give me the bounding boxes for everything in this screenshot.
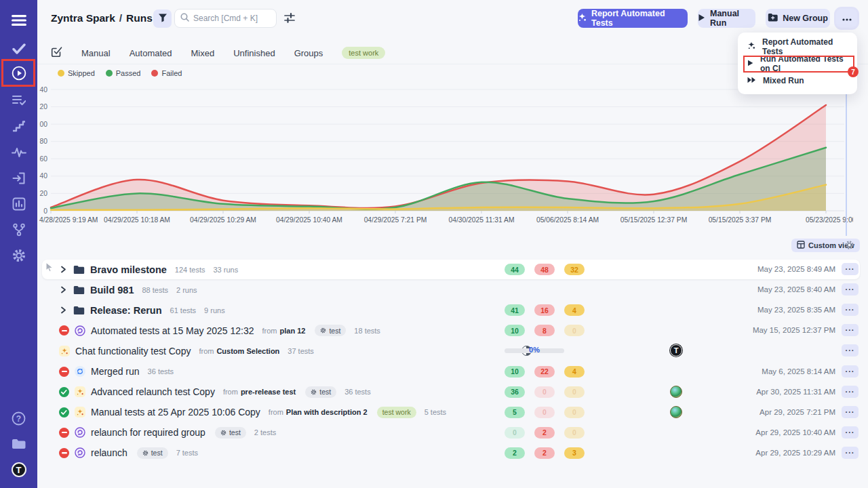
- tab-groups[interactable]: Groups: [294, 48, 323, 58]
- row-tag[interactable]: test: [315, 325, 346, 336]
- breadcrumb-page: Runs: [126, 12, 153, 24]
- actions-dropdown-menu: Report Automated Tests Run Automated Tes…: [738, 33, 857, 94]
- row-title[interactable]: Automated tests at 15 May 2025 12:32: [91, 325, 254, 336]
- row-more-button[interactable]: ···: [842, 386, 859, 398]
- row-tag[interactable]: test: [215, 427, 246, 439]
- svg-text:04/30/2025 11:31 AM: 04/30/2025 11:31 AM: [448, 216, 514, 224]
- svg-text:40: 40: [40, 172, 48, 180]
- row-main: Advanced relaunch test Copyfrompre-relea…: [59, 382, 371, 402]
- breadcrumb-project[interactable]: Zyntra Spark: [51, 12, 115, 24]
- ellipsis-icon: [842, 14, 852, 23]
- row-more-button[interactable]: ···: [842, 426, 859, 439]
- help-icon[interactable]: ?: [0, 408, 37, 428]
- group-folder-icon: [73, 285, 85, 295]
- tab-mixed[interactable]: Mixed: [191, 48, 215, 58]
- run-row[interactable]: Automated tests at 15 May 2025 12:32from…: [42, 321, 860, 340]
- row-more-button[interactable]: ···: [842, 283, 859, 296]
- row-more-button[interactable]: ···: [842, 447, 859, 459]
- runs-page: ? T Zyntra Spark/Runs Report Automated T…: [0, 0, 868, 488]
- row-title[interactable]: relaunch: [91, 447, 127, 458]
- svg-text:140: 140: [39, 86, 47, 94]
- row-tag[interactable]: test: [305, 386, 336, 398]
- search-icon: [180, 12, 189, 24]
- row-title[interactable]: Build 981: [90, 285, 134, 296]
- tab-automated[interactable]: Automated: [130, 48, 172, 58]
- app-logo[interactable]: T: [0, 460, 37, 480]
- result-badges: 223: [505, 447, 585, 459]
- svg-text:04/29/2025 10:40 AM: 04/29/2025 10:40 AM: [276, 216, 342, 224]
- row-title[interactable]: Release: Rerun: [90, 305, 162, 316]
- automated-run-icon: [75, 447, 85, 458]
- table-grid-icon: [797, 241, 805, 250]
- failed-count: 16: [534, 304, 555, 316]
- group-row[interactable]: Bravo milestone124 tests33 runs444832May…: [42, 260, 860, 279]
- legend-failed[interactable]: Failed: [151, 69, 182, 77]
- report-automated-tests-button[interactable]: Report Automated Tests: [578, 9, 688, 28]
- menu-item-mixed-run[interactable]: Mixed Run: [738, 72, 857, 89]
- row-tag[interactable]: test: [137, 447, 168, 459]
- row-title[interactable]: Advanced relaunch test Copy: [91, 386, 215, 397]
- run-row[interactable]: relaunchtest7 tests223Apr 29, 2025 10:29…: [42, 443, 860, 463]
- status-failed-icon: [59, 448, 69, 458]
- row-title[interactable]: relaunch for required group: [91, 427, 205, 438]
- row-more-button[interactable]: ···: [842, 324, 859, 336]
- menu-item-report-automated-tests[interactable]: Report Automated Tests: [738, 38, 857, 55]
- manual-run-button[interactable]: Manual Run: [698, 9, 755, 28]
- run-row[interactable]: Manual tests at 25 Apr 2025 10:06 Copyfr…: [42, 403, 860, 422]
- tests-check-icon[interactable]: [0, 39, 37, 59]
- pulse-icon[interactable]: [0, 142, 37, 163]
- tab-unfinished[interactable]: Unfinished: [233, 48, 275, 58]
- group-row[interactable]: Build 98188 tests2 runsMay 23, 2025 8:40…: [42, 280, 860, 300]
- row-more-button[interactable]: ···: [842, 365, 859, 378]
- view-settings-gear-icon[interactable]: [844, 240, 854, 253]
- row-main: Automated tests at 15 May 2025 12:32from…: [59, 321, 380, 340]
- branches-icon[interactable]: [0, 220, 37, 240]
- row-more-button[interactable]: ···: [842, 263, 859, 275]
- new-group-button[interactable]: New Group: [766, 9, 830, 28]
- analytics-chart-icon[interactable]: [0, 194, 37, 214]
- filter-button[interactable]: [153, 9, 172, 28]
- select-runs-icon[interactable]: [51, 46, 62, 60]
- hamburger-menu-icon[interactable]: [0, 10, 37, 30]
- row-title[interactable]: Merged run: [91, 366, 140, 377]
- run-row[interactable]: Chat functionality test CopyfromCustom S…: [42, 341, 860, 361]
- svg-text:20: 20: [40, 190, 48, 197]
- row-title[interactable]: Chat functionality test Copy: [75, 346, 191, 357]
- adjustments-icon[interactable]: [284, 13, 295, 26]
- double-play-icon: [747, 76, 756, 85]
- row-title[interactable]: Bravo milestone: [90, 264, 167, 275]
- run-row[interactable]: Advanced relaunch test Copyfrompre-relea…: [42, 382, 860, 402]
- tab-manual[interactable]: Manual: [81, 48, 111, 58]
- row-plan-name: Custom Selection: [216, 347, 279, 355]
- row-tests-count: 36 tests: [344, 388, 371, 396]
- legend-passed[interactable]: Passed: [106, 69, 141, 77]
- row-more-button[interactable]: ···: [842, 304, 859, 316]
- row-tag[interactable]: test work: [377, 407, 416, 418]
- row-more-button[interactable]: ···: [842, 406, 859, 418]
- import-icon[interactable]: [0, 168, 37, 188]
- group-row[interactable]: Release: Rerun61 tests9 runs41164May 23,…: [42, 300, 860, 320]
- projects-folder-icon[interactable]: [0, 434, 37, 454]
- row-tests-count: 36 tests: [148, 367, 174, 375]
- run-row[interactable]: relaunch for required grouptest2 tests02…: [42, 423, 860, 443]
- chevron-right-icon[interactable]: [59, 285, 68, 294]
- settings-gear-icon[interactable]: [0, 245, 37, 266]
- row-title[interactable]: Manual tests at 25 Apr 2025 10:06 Copy: [91, 407, 260, 418]
- search-box: [174, 9, 277, 28]
- row-meta: 61 tests: [170, 306, 197, 314]
- tag-filter-test-work[interactable]: test work: [342, 47, 385, 59]
- chevron-right-icon[interactable]: [59, 306, 68, 314]
- group-folder-icon: [73, 306, 85, 315]
- row-tests-count: 18 tests: [354, 327, 380, 335]
- search-input[interactable]: [193, 14, 268, 23]
- play-icon: [698, 14, 705, 24]
- legend-skipped[interactable]: Skipped: [58, 69, 95, 77]
- steps-icon[interactable]: [0, 116, 37, 136]
- row-more-button[interactable]: ···: [842, 344, 859, 357]
- chevron-right-icon[interactable]: [59, 265, 68, 274]
- svg-text:60: 60: [40, 155, 48, 163]
- run-row[interactable]: Merged run36 tests10224May 6, 2025 8:14 …: [42, 362, 860, 382]
- more-actions-button[interactable]: [836, 9, 857, 28]
- suites-list-icon[interactable]: [0, 90, 37, 110]
- passed-count: 36: [505, 386, 525, 398]
